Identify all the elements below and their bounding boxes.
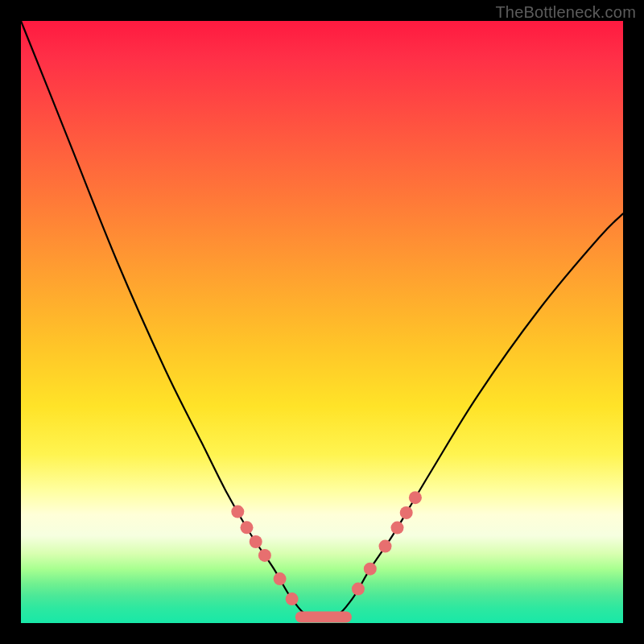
bottleneck-curve (21, 21, 623, 619)
curve-marker (400, 506, 413, 519)
curve-marker (286, 592, 299, 605)
curve-marker (379, 540, 392, 553)
curve-marker (231, 506, 244, 518)
curve-marker (409, 491, 422, 504)
watermark-text: TheBottleneck.com (495, 3, 636, 22)
curve-marker (250, 535, 262, 548)
curve-layer (21, 21, 623, 623)
curve-marker (274, 572, 287, 585)
curve-marker (391, 522, 404, 535)
curve-marker (352, 583, 365, 596)
curve-marker (241, 521, 254, 534)
right-markers (352, 491, 422, 595)
plot-area (21, 21, 623, 623)
chart-frame: TheBottleneck.com (0, 0, 644, 644)
curve-marker (258, 549, 271, 562)
curve-marker (364, 563, 377, 576)
